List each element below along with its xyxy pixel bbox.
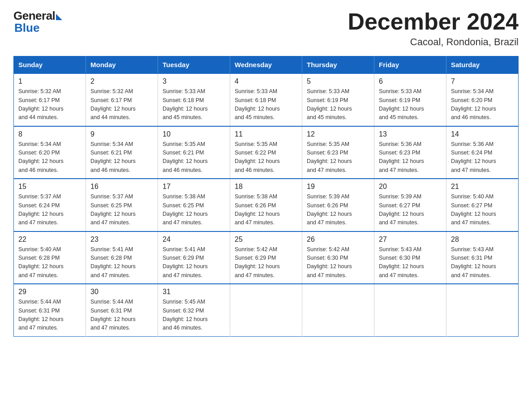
- day-number: 27: [379, 235, 442, 244]
- calendar-day-cell: 14Sunrise: 5:36 AMSunset: 6:24 PMDayligh…: [446, 126, 519, 179]
- calendar-day-cell: 17Sunrise: 5:38 AMSunset: 6:25 PMDayligh…: [158, 179, 230, 231]
- calendar-day-cell: 11Sunrise: 5:35 AMSunset: 6:22 PMDayligh…: [230, 126, 302, 179]
- day-number: 15: [18, 183, 81, 191]
- logo[interactable]: General Blue: [13, 9, 62, 35]
- calendar-week-row: 22Sunrise: 5:40 AMSunset: 6:28 PMDayligh…: [14, 231, 519, 284]
- day-number: 9: [90, 130, 153, 138]
- day-number: 8: [18, 130, 81, 138]
- day-info: Sunrise: 5:32 AMSunset: 6:17 PMDaylight:…: [90, 87, 153, 122]
- calendar-day-cell: 4Sunrise: 5:33 AMSunset: 6:18 PMDaylight…: [230, 73, 302, 126]
- day-info: Sunrise: 5:32 AMSunset: 6:17 PMDaylight:…: [18, 87, 81, 122]
- day-info: Sunrise: 5:44 AMSunset: 6:31 PMDaylight:…: [18, 298, 81, 333]
- day-number: 30: [90, 288, 153, 296]
- day-info: Sunrise: 5:37 AMSunset: 6:25 PMDaylight:…: [90, 193, 153, 227]
- day-number: 2: [90, 77, 153, 86]
- day-info: Sunrise: 5:35 AMSunset: 6:23 PMDaylight:…: [307, 140, 369, 175]
- day-number: 11: [235, 130, 297, 138]
- day-number: 22: [18, 235, 81, 244]
- calendar-day-cell: 9Sunrise: 5:34 AMSunset: 6:21 PMDaylight…: [86, 126, 158, 179]
- day-info: Sunrise: 5:37 AMSunset: 6:24 PMDaylight:…: [18, 193, 81, 227]
- calendar-day-cell: 31Sunrise: 5:45 AMSunset: 6:32 PMDayligh…: [158, 284, 230, 336]
- day-info: Sunrise: 5:41 AMSunset: 6:28 PMDaylight:…: [90, 245, 153, 280]
- day-number: 10: [163, 130, 225, 138]
- calendar-day-cell: [302, 284, 374, 336]
- calendar-header-row: SundayMondayTuesdayWednesdayThursdayFrid…: [14, 56, 519, 74]
- logo-blue-text: Blue: [14, 21, 39, 35]
- calendar-day-cell: 10Sunrise: 5:35 AMSunset: 6:21 PMDayligh…: [158, 126, 230, 179]
- day-number: 1: [18, 77, 81, 86]
- day-info: Sunrise: 5:36 AMSunset: 6:24 PMDaylight:…: [451, 140, 514, 175]
- day-info: Sunrise: 5:35 AMSunset: 6:22 PMDaylight:…: [235, 140, 297, 175]
- day-info: Sunrise: 5:39 AMSunset: 6:27 PMDaylight:…: [379, 193, 442, 227]
- calendar-day-cell: 21Sunrise: 5:40 AMSunset: 6:27 PMDayligh…: [446, 179, 519, 231]
- day-number: 25: [235, 235, 297, 244]
- day-number: 31: [163, 288, 225, 296]
- calendar-day-cell: 18Sunrise: 5:38 AMSunset: 6:26 PMDayligh…: [230, 179, 302, 231]
- calendar-day-cell: [230, 284, 302, 336]
- calendar-table: SundayMondayTuesdayWednesdayThursdayFrid…: [13, 56, 519, 337]
- main-title: December 2024: [348, 9, 519, 34]
- calendar-day-cell: [446, 284, 519, 336]
- calendar-week-row: 29Sunrise: 5:44 AMSunset: 6:31 PMDayligh…: [14, 284, 519, 336]
- day-info: Sunrise: 5:43 AMSunset: 6:30 PMDaylight:…: [379, 245, 442, 280]
- day-number: 16: [90, 183, 153, 191]
- day-info: Sunrise: 5:39 AMSunset: 6:26 PMDaylight:…: [307, 193, 369, 227]
- calendar-day-cell: 26Sunrise: 5:42 AMSunset: 6:30 PMDayligh…: [302, 231, 374, 284]
- calendar-day-cell: 12Sunrise: 5:35 AMSunset: 6:23 PMDayligh…: [302, 126, 374, 179]
- day-number: 24: [163, 235, 225, 244]
- page-header: General Blue December 2024 Cacoal, Rondo…: [13, 9, 519, 48]
- day-number: 12: [307, 130, 369, 138]
- day-number: 19: [307, 183, 369, 191]
- day-number: 5: [307, 77, 369, 86]
- calendar-day-cell: 25Sunrise: 5:42 AMSunset: 6:29 PMDayligh…: [230, 231, 302, 284]
- calendar-day-cell: 24Sunrise: 5:41 AMSunset: 6:29 PMDayligh…: [158, 231, 230, 284]
- subtitle: Cacoal, Rondonia, Brazil: [348, 36, 519, 48]
- day-number: 18: [235, 183, 297, 191]
- calendar-day-cell: 27Sunrise: 5:43 AMSunset: 6:30 PMDayligh…: [374, 231, 446, 284]
- day-info: Sunrise: 5:45 AMSunset: 6:32 PMDaylight:…: [163, 298, 225, 333]
- calendar-week-row: 8Sunrise: 5:34 AMSunset: 6:20 PMDaylight…: [14, 126, 519, 179]
- day-info: Sunrise: 5:34 AMSunset: 6:20 PMDaylight:…: [18, 140, 81, 175]
- calendar-day-cell: 3Sunrise: 5:33 AMSunset: 6:18 PMDaylight…: [158, 73, 230, 126]
- header-monday: Monday: [86, 56, 158, 74]
- header-tuesday: Tuesday: [158, 56, 230, 74]
- day-info: Sunrise: 5:41 AMSunset: 6:29 PMDaylight:…: [163, 245, 225, 280]
- day-number: 23: [90, 235, 153, 244]
- header-thursday: Thursday: [302, 56, 374, 74]
- calendar-week-row: 1Sunrise: 5:32 AMSunset: 6:17 PMDaylight…: [14, 73, 519, 126]
- day-info: Sunrise: 5:42 AMSunset: 6:29 PMDaylight:…: [235, 245, 297, 280]
- day-number: 26: [307, 235, 369, 244]
- day-info: Sunrise: 5:34 AMSunset: 6:21 PMDaylight:…: [90, 140, 153, 175]
- day-info: Sunrise: 5:33 AMSunset: 6:18 PMDaylight:…: [235, 87, 297, 122]
- calendar-day-cell: 23Sunrise: 5:41 AMSunset: 6:28 PMDayligh…: [86, 231, 158, 284]
- day-info: Sunrise: 5:38 AMSunset: 6:26 PMDaylight:…: [235, 193, 297, 227]
- day-number: 29: [18, 288, 81, 296]
- calendar-day-cell: 16Sunrise: 5:37 AMSunset: 6:25 PMDayligh…: [86, 179, 158, 231]
- calendar-day-cell: [374, 284, 446, 336]
- day-info: Sunrise: 5:38 AMSunset: 6:25 PMDaylight:…: [163, 193, 225, 227]
- day-info: Sunrise: 5:33 AMSunset: 6:19 PMDaylight:…: [379, 87, 442, 122]
- day-info: Sunrise: 5:34 AMSunset: 6:20 PMDaylight:…: [451, 87, 514, 122]
- day-number: 20: [379, 183, 442, 191]
- calendar-day-cell: 15Sunrise: 5:37 AMSunset: 6:24 PMDayligh…: [14, 179, 86, 231]
- calendar-day-cell: 5Sunrise: 5:33 AMSunset: 6:19 PMDaylight…: [302, 73, 374, 126]
- day-number: 21: [451, 183, 514, 191]
- header-wednesday: Wednesday: [230, 56, 302, 74]
- header-friday: Friday: [374, 56, 446, 74]
- calendar-day-cell: 20Sunrise: 5:39 AMSunset: 6:27 PMDayligh…: [374, 179, 446, 231]
- calendar-day-cell: 22Sunrise: 5:40 AMSunset: 6:28 PMDayligh…: [14, 231, 86, 284]
- day-info: Sunrise: 5:44 AMSunset: 6:31 PMDaylight:…: [90, 298, 153, 333]
- day-info: Sunrise: 5:40 AMSunset: 6:27 PMDaylight:…: [451, 193, 514, 227]
- calendar-day-cell: 30Sunrise: 5:44 AMSunset: 6:31 PMDayligh…: [86, 284, 158, 336]
- calendar-day-cell: 6Sunrise: 5:33 AMSunset: 6:19 PMDaylight…: [374, 73, 446, 126]
- calendar-day-cell: 1Sunrise: 5:32 AMSunset: 6:17 PMDaylight…: [14, 73, 86, 126]
- day-info: Sunrise: 5:33 AMSunset: 6:19 PMDaylight:…: [307, 87, 369, 122]
- calendar-day-cell: 8Sunrise: 5:34 AMSunset: 6:20 PMDaylight…: [14, 126, 86, 179]
- day-info: Sunrise: 5:33 AMSunset: 6:18 PMDaylight:…: [163, 87, 225, 122]
- day-info: Sunrise: 5:35 AMSunset: 6:21 PMDaylight:…: [163, 140, 225, 175]
- header-saturday: Saturday: [446, 56, 519, 74]
- day-number: 3: [163, 77, 225, 86]
- calendar-day-cell: 13Sunrise: 5:36 AMSunset: 6:23 PMDayligh…: [374, 126, 446, 179]
- calendar-day-cell: 2Sunrise: 5:32 AMSunset: 6:17 PMDaylight…: [86, 73, 158, 126]
- header-sunday: Sunday: [14, 56, 86, 74]
